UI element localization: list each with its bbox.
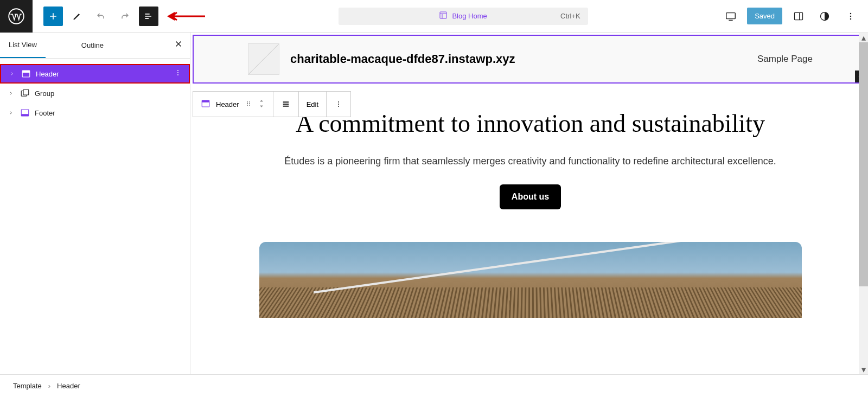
template-icon [439,11,448,22]
annotation-arrow [167,11,205,21]
breadcrumb: Template › Header [0,374,868,397]
more-options-button[interactable] [841,7,860,26]
block-tree: Header Group Footer [0,59,190,128]
list-view-button[interactable] [139,7,158,26]
vertical-scrollbar[interactable]: ▴ ▾ [859,33,868,374]
close-icon [174,39,183,49]
tree-item-label: Group [35,89,54,98]
settings-sidebar-button[interactable] [789,7,808,26]
list-view-icon [143,11,154,22]
drag-handle-icon[interactable] [245,100,252,109]
editor-canvas-wrap: charitable-macaque-dfde87.instawp.xyz Sa… [190,33,868,374]
block-toolbar: Header Edit [193,91,351,117]
svg-point-11 [177,72,178,73]
chevron-right-icon: › [48,382,50,390]
svg-rect-2 [726,12,736,18]
tree-item-label: Header [36,70,59,78]
tab-list-view[interactable]: List View [0,33,46,58]
move-arrows[interactable] [258,98,265,111]
svg-point-12 [177,74,178,75]
align-icon [281,99,291,109]
undo-icon [95,11,106,22]
main-area: List View Outline Header Group Footer [0,33,868,374]
tree-item-footer[interactable]: Footer [0,103,190,123]
page-content: A commitment to innovation and sustainab… [193,84,868,318]
site-logo-placeholder[interactable] [248,43,279,75]
pencil-icon [72,11,82,22]
block-type-label: Header [216,100,239,108]
scroll-down-arrow[interactable]: ▾ [859,365,868,374]
keyboard-shortcut: Ctrl+K [560,12,580,20]
nav-link-sample[interactable]: Sample Page [757,54,813,65]
about-us-button[interactable]: About us [500,184,561,209]
svg-point-19 [247,101,248,103]
undo-button[interactable] [91,7,111,26]
wordpress-logo-button[interactable] [0,0,33,33]
breadcrumb-root[interactable]: Template [13,382,42,390]
template-name: Blog Home [452,12,487,20]
sidebar-tabs: List View Outline [0,33,190,59]
edit-button[interactable]: Edit [299,92,327,117]
group-block-icon [20,88,30,99]
styles-button[interactable] [815,7,834,26]
chevron-right-icon[interactable] [8,71,16,76]
svg-rect-9 [22,71,30,73]
template-selector[interactable]: Blog Home Ctrl+K [339,8,588,25]
tree-item-header[interactable]: Header [0,64,190,84]
wordpress-icon [8,8,24,24]
close-sidebar-button[interactable] [174,39,183,51]
saved-button[interactable]: Saved [747,8,782,24]
tree-item-group[interactable]: Group [0,84,190,103]
svg-point-10 [177,70,178,71]
header-template-part[interactable]: charitable-macaque-dfde87.instawp.xyz Sa… [193,35,868,84]
scroll-up-arrow[interactable]: ▴ [859,33,868,42]
footer-block-icon [20,107,30,118]
svg-rect-3 [795,12,803,20]
svg-rect-18 [202,100,209,103]
svg-point-21 [247,103,248,104]
toolbar-left [33,7,205,26]
svg-point-26 [338,104,339,105]
contrast-icon [819,11,830,22]
svg-point-25 [338,101,339,103]
svg-point-24 [249,105,250,106]
tab-outline[interactable]: Outline [73,33,112,58]
block-options-button[interactable] [327,92,350,117]
svg-rect-16 [21,114,29,116]
svg-point-22 [249,103,250,104]
document-overview-sidebar: List View Outline Header Group Footer [0,33,190,374]
svg-point-6 [850,15,852,17]
hero-image[interactable] [259,242,802,318]
breadcrumb-current[interactable]: Header [57,382,80,390]
hero-paragraph[interactable]: Études is a pioneering firm that seamles… [236,153,825,169]
site-title[interactable]: charitable-macaque-dfde87.instawp.xyz [290,52,757,66]
svg-point-23 [247,105,248,106]
svg-point-7 [850,18,852,20]
block-type-cell[interactable]: Header [193,92,273,117]
dots-vertical-icon [845,11,856,22]
view-button[interactable] [721,7,741,26]
top-toolbar: Blog Home Ctrl+K Saved [0,0,868,33]
svg-point-0 [9,9,24,24]
svg-rect-14 [23,89,29,95]
redo-button[interactable] [115,7,135,26]
align-button[interactable] [273,92,299,117]
header-block-icon [21,68,31,79]
plus-icon [48,11,59,22]
svg-point-5 [850,12,852,14]
chevron-right-icon[interactable] [7,110,15,116]
dots-vertical-icon [334,100,343,108]
header-block-icon [201,99,210,110]
scroll-thumb[interactable] [859,42,868,286]
add-block-button[interactable] [43,7,63,26]
chevron-right-icon[interactable] [7,91,15,96]
svg-point-20 [249,101,250,103]
tree-item-options[interactable] [174,68,182,79]
toolbar-right: Saved [721,7,868,26]
redo-icon [119,11,130,22]
svg-rect-1 [440,12,446,18]
sidebar-icon [793,11,804,22]
desktop-icon [725,10,737,22]
tools-button[interactable] [67,7,87,26]
toolbar-center: Blog Home Ctrl+K [205,8,721,25]
